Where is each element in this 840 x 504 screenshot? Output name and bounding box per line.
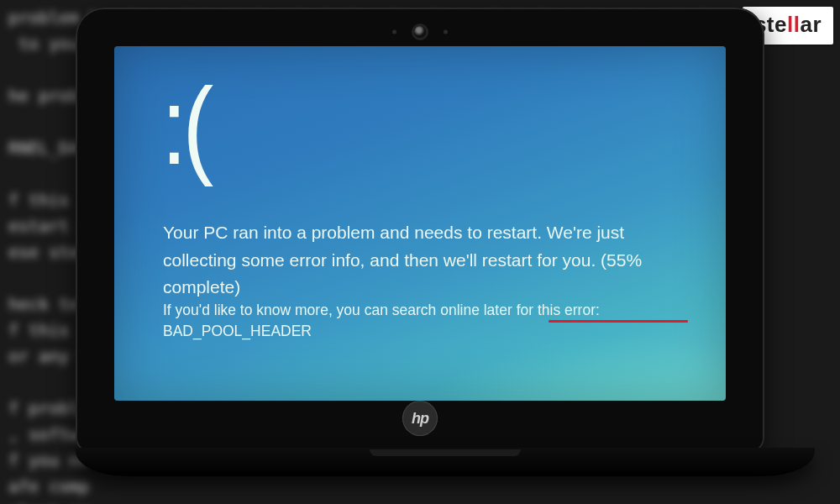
laptop-mock: :( Your PC ran into a problem and needs … (76, 8, 764, 476)
bsod-sub-prefix: If you'd like to know more, you can sear… (163, 302, 600, 318)
hp-logo-icon: hp (402, 401, 438, 436)
stage: problem has been detected and windows ha… (0, 0, 840, 504)
brand-text-accent: ll (787, 12, 800, 37)
brand-text-post: ar (800, 12, 822, 37)
laptop-base (76, 448, 815, 476)
sad-face-icon: :( (161, 71, 209, 181)
laptop-lid: :( Your PC ran into a problem and needs … (76, 8, 764, 453)
webcam-icon (414, 26, 426, 38)
bsod-error-code: BAD_POOL_HEADER (163, 323, 312, 339)
laptop-screen: :( Your PC ran into a problem and needs … (114, 46, 726, 401)
bsod-main-message: Your PC ran into a problem and needs to … (163, 219, 684, 302)
error-code-underline (549, 320, 688, 323)
